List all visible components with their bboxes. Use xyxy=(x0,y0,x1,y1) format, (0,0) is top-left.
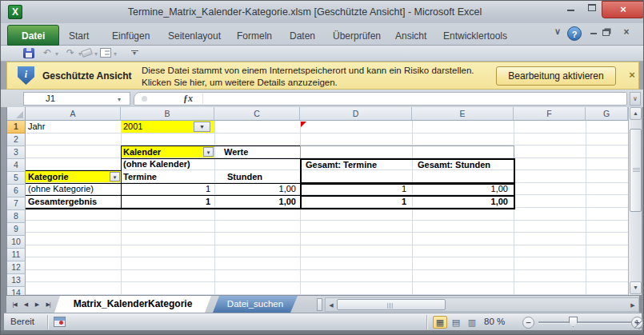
cell-b7[interactable]: 1 xyxy=(121,196,210,208)
cell-b4[interactable]: (ohne Kalender) xyxy=(123,158,190,170)
expand-formula-bar-icon[interactable]: ∨ xyxy=(630,92,641,106)
row-header-9[interactable]: 9 xyxy=(7,223,26,236)
zoom-slider-track[interactable] xyxy=(538,321,631,323)
scroll-down-icon[interactable]: ▼ xyxy=(630,281,642,294)
name-box-dropdown-icon[interactable]: ▾ xyxy=(118,96,121,103)
row-header-11[interactable]: 11 xyxy=(7,249,26,261)
row-header-5[interactable]: 5 xyxy=(7,172,26,185)
tab-splitter-handle[interactable] xyxy=(317,298,322,311)
message-bar-close-icon[interactable]: × xyxy=(626,69,638,82)
row-header-12[interactable]: 12 xyxy=(7,261,26,274)
ribbon-tab-entwicklertools[interactable]: Entwicklertools xyxy=(433,27,518,46)
cell-c6[interactable]: 1,00 xyxy=(214,183,296,195)
enable-editing-button[interactable]: Bearbeitung aktivieren xyxy=(496,66,616,86)
ribbon-tab-seitenlayout[interactable]: Seitenlayout xyxy=(158,27,231,46)
eraser-dropdown-icon[interactable]: ▾ xyxy=(94,50,98,58)
workbook-minimize-button[interactable] xyxy=(587,26,600,41)
column-header-c[interactable]: C xyxy=(214,107,300,121)
ribbon-tab-formeln[interactable]: Formeln xyxy=(226,27,282,46)
pivot-outline-grey xyxy=(300,146,514,158)
row-header-3[interactable]: 3 xyxy=(7,146,26,159)
page-break-view-icon[interactable]: ▥ xyxy=(465,316,479,329)
ribbon-tab-einfuegen[interactable]: Einfügen xyxy=(102,27,160,46)
zoom-out-icon[interactable]: – xyxy=(522,317,534,329)
vertical-scroll-thumb[interactable] xyxy=(630,129,642,212)
column-header-a[interactable]: A xyxy=(26,107,121,121)
cell-a6[interactable]: (ohne Kategorie) xyxy=(28,183,94,195)
cell-b6[interactable]: 1 xyxy=(121,183,210,195)
resize-grip[interactable] xyxy=(634,320,644,329)
gesamt-box-divider xyxy=(302,195,514,197)
customize-qat-icon[interactable]: ▾ xyxy=(129,48,140,58)
zoom-slider-thumb[interactable] xyxy=(569,317,578,327)
column-header-f[interactable]: F xyxy=(514,107,586,121)
row-header-6[interactable]: 6 xyxy=(7,185,26,197)
save-icon[interactable] xyxy=(23,48,34,58)
horizontal-scroll-thumb[interactable] xyxy=(337,299,446,310)
undo-icon[interactable]: ↶ xyxy=(41,47,54,60)
cell-a5[interactable]: Kategorie xyxy=(28,171,69,183)
kalender-filter-icon[interactable]: ▾ xyxy=(203,147,214,157)
horizontal-scrollbar[interactable]: ◀ ▶ xyxy=(325,297,639,312)
vertical-scrollbar[interactable]: ▲ ▼ xyxy=(628,107,642,295)
select-all-corner[interactable] xyxy=(7,107,26,121)
macro-record-icon[interactable] xyxy=(54,317,66,327)
maximize-icon xyxy=(588,4,596,11)
column-header-d[interactable]: D xyxy=(300,107,412,121)
undo-dropdown-icon[interactable]: ▾ xyxy=(55,50,58,58)
sheet-tab-datei-suchen[interactable]: Datei_suchen xyxy=(213,296,298,313)
eraser-icon[interactable] xyxy=(81,48,93,58)
scroll-up-icon[interactable]: ▲ xyxy=(630,107,642,120)
column-header-b[interactable]: B xyxy=(121,107,214,121)
borders-dropdown-icon[interactable]: ▾ xyxy=(114,50,117,58)
collapse-ribbon-icon[interactable]: ∨ xyxy=(551,26,564,41)
ribbon-tab-daten[interactable]: Daten xyxy=(279,27,326,46)
normal-view-icon[interactable]: ▦ xyxy=(433,316,447,329)
prev-sheet-icon[interactable]: ◀ xyxy=(20,299,31,310)
formula-input[interactable] xyxy=(134,92,627,106)
last-sheet-icon[interactable]: ▶| xyxy=(42,299,54,310)
cell-c3[interactable]: Werte xyxy=(224,146,248,158)
column-header-g[interactable]: G xyxy=(586,107,628,121)
row-header-7[interactable]: 7 xyxy=(7,197,26,210)
window-maximize-button[interactable] xyxy=(582,1,602,17)
ribbon-tab-ueberpruefen[interactable]: Überprüfen xyxy=(322,27,391,46)
cell-b1[interactable]: 2001 xyxy=(123,121,142,133)
cell-b3[interactable]: Kalender xyxy=(123,146,161,158)
borders-grid-icon[interactable] xyxy=(100,48,111,58)
column-header-e[interactable]: E xyxy=(412,107,514,121)
row-header-8[interactable]: 8 xyxy=(7,210,26,223)
row-header-1[interactable]: 1 xyxy=(7,121,26,134)
sheet-tab-matrix-kalenderkategorie[interactable]: Matrix_KalenderKategorie xyxy=(54,296,211,313)
ribbon-tab-start[interactable]: Start xyxy=(58,27,99,46)
ribbon-tab-ansicht[interactable]: Ansicht xyxy=(385,27,437,46)
workbook-restore-button[interactable] xyxy=(602,26,615,41)
cell-a1[interactable]: Jahr xyxy=(28,121,45,133)
next-sheet-icon[interactable]: ▶ xyxy=(31,299,42,310)
insert-function-icon[interactable]: ƒx xyxy=(183,93,193,105)
cell-area[interactable]: Jahr 2001 Kalender Werte (ohne Kalender)… xyxy=(26,121,628,295)
zoom-level-label[interactable]: 80 % xyxy=(484,317,513,326)
kategorie-filter-icon[interactable]: ▾ xyxy=(110,172,120,181)
row-header-13[interactable]: 13 xyxy=(7,274,26,287)
name-box[interactable]: J1 xyxy=(23,92,130,106)
window-close-button[interactable]: × xyxy=(602,1,644,18)
cell-c7[interactable]: 1,00 xyxy=(214,196,296,208)
scroll-left-icon[interactable]: ◀ xyxy=(326,301,336,310)
row-header-4[interactable]: 4 xyxy=(7,159,26,172)
window-minimize-button[interactable] xyxy=(561,1,580,17)
scroll-right-icon[interactable]: ▶ xyxy=(628,301,638,310)
first-sheet-icon[interactable]: |◀ xyxy=(9,299,20,310)
cell-c5[interactable]: Stunden xyxy=(227,171,262,183)
ribbon-tab-datei[interactable]: Datei xyxy=(7,25,59,46)
row-header-10[interactable]: 10 xyxy=(7,236,26,249)
cell-a7[interactable]: Gesamtergebnis xyxy=(28,196,97,208)
row-header-2[interactable]: 2 xyxy=(7,134,26,146)
page-layout-view-icon[interactable]: ▤ xyxy=(449,316,463,329)
workbook-close-button[interactable]: × xyxy=(620,26,633,41)
help-icon[interactable]: ? xyxy=(567,26,582,41)
redo-icon[interactable]: ↷ xyxy=(64,47,77,60)
cell-b5[interactable]: Termine xyxy=(123,171,157,183)
year-dropdown-icon[interactable]: ▼ xyxy=(194,122,210,132)
message-bar-text[interactable]: Diese Datei stammt von einem Internetspe… xyxy=(142,65,494,88)
